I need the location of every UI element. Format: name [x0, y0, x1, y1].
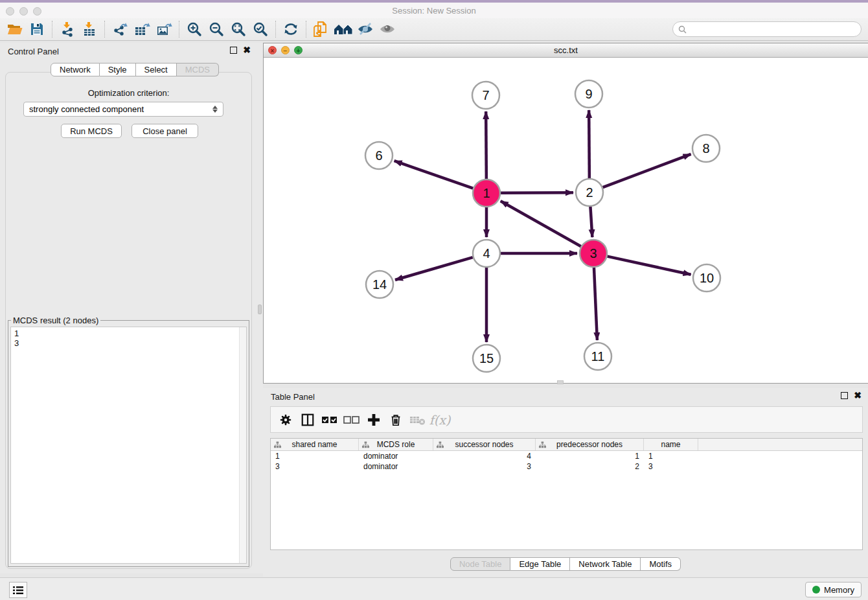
export-image-icon[interactable]: [153, 19, 175, 39]
cell-predecessor-nodes[interactable]: 1: [536, 451, 644, 461]
float-panel-icon[interactable]: [230, 47, 237, 54]
column-header-successor-nodes[interactable]: successor nodes: [433, 439, 536, 450]
edge-2-9[interactable]: [589, 110, 589, 178]
close-panel-button[interactable]: Close panel: [131, 124, 198, 138]
toolbar-separator: [306, 21, 306, 38]
float-table-panel-icon[interactable]: [841, 392, 848, 399]
refresh-icon[interactable]: [280, 19, 302, 39]
memory-button[interactable]: Memory: [805, 582, 862, 597]
main-toolbar: [0, 18, 868, 41]
select-all-columns-icon[interactable]: [320, 410, 339, 430]
minimize-window-icon[interactable]: [19, 7, 28, 16]
save-session-icon[interactable]: [26, 19, 48, 39]
column-header-shared-name[interactable]: shared name: [271, 439, 359, 450]
import-network-icon[interactable]: [56, 19, 78, 39]
close-network-icon[interactable]: ×: [268, 46, 277, 54]
vertical-splitter[interactable]: [257, 43, 263, 573]
node-table[interactable]: shared nameMCDS rolesuccessor nodesprede…: [270, 438, 863, 550]
control-panel-tabs: NetworkStyleSelectMCDS: [51, 63, 219, 76]
cell-name[interactable]: 3: [644, 461, 698, 472]
minimize-network-icon[interactable]: −: [281, 46, 290, 54]
table-row[interactable]: 3dominator323: [271, 461, 862, 472]
edge-1-7[interactable]: [486, 111, 486, 179]
edge-2-8[interactable]: [603, 154, 691, 187]
search-input[interactable]: [690, 25, 861, 34]
unselect-all-columns-icon[interactable]: [342, 410, 361, 430]
task-history-button[interactable]: [9, 582, 27, 598]
show-all-icon[interactable]: [376, 19, 398, 39]
close-window-icon[interactable]: [6, 7, 14, 16]
delete-column-icon[interactable]: [386, 410, 405, 430]
network-canvas[interactable]: 7968124314101511: [264, 58, 867, 384]
network-window-title: scc.txt: [554, 45, 578, 55]
first-neighbors-icon[interactable]: [332, 19, 354, 39]
search-field[interactable]: [672, 21, 862, 37]
column-header-MCDS-role[interactable]: MCDS role: [359, 439, 433, 450]
zoom-fit-icon[interactable]: [227, 19, 249, 39]
optimization-criterion-select[interactable]: strongly connected component: [23, 102, 223, 117]
splitter-handle[interactable]: [258, 305, 262, 314]
horizontal-splitter-handle[interactable]: [557, 380, 564, 384]
import-table-icon[interactable]: [78, 19, 100, 39]
close-panel-icon[interactable]: ✖: [243, 47, 251, 54]
function-builder-icon: f(x): [430, 410, 450, 430]
node-label-15: 15: [479, 351, 494, 365]
maximize-window-icon[interactable]: [33, 7, 41, 16]
mcds-result-scrollbar[interactable]: [239, 327, 246, 563]
delete-table-icon[interactable]: [408, 410, 428, 430]
node-table-header[interactable]: shared nameMCDS rolesuccessor nodesprede…: [271, 439, 862, 451]
edge-1-6[interactable]: [394, 161, 474, 188]
run-mcds-button[interactable]: Run MCDS: [61, 124, 122, 138]
tab-select[interactable]: Select: [136, 63, 177, 76]
cell-MCDS-role[interactable]: dominator: [359, 461, 433, 472]
tab-edge-table[interactable]: Edge Table: [510, 557, 570, 571]
tab-mcds[interactable]: MCDS: [177, 63, 219, 76]
zoom-out-icon[interactable]: [205, 19, 227, 39]
node-label-3: 3: [589, 246, 597, 260]
window-traffic-lights[interactable]: [6, 7, 41, 16]
edge-4-14[interactable]: [395, 257, 473, 280]
gear-icon[interactable]: [276, 410, 295, 430]
edge-1-2[interactable]: [501, 192, 573, 193]
tab-motifs[interactable]: Motifs: [641, 557, 681, 571]
toolbar-separator: [104, 21, 105, 38]
tab-style[interactable]: Style: [100, 63, 136, 76]
memory-status-icon: [812, 586, 820, 594]
tab-node-table[interactable]: Node Table: [450, 557, 511, 571]
cell-successor-nodes[interactable]: 3: [433, 461, 536, 472]
cell-shared-name[interactable]: 3: [271, 461, 359, 472]
export-table-icon[interactable]: [131, 19, 153, 39]
tab-network[interactable]: Network: [51, 63, 100, 76]
tab-network-table[interactable]: Network Table: [570, 557, 641, 571]
cell-name[interactable]: 1: [644, 451, 698, 461]
zoom-selected-icon[interactable]: [249, 19, 271, 39]
open-file-icon[interactable]: [4, 19, 26, 39]
edge-2-3[interactable]: [590, 207, 592, 237]
node-table-body[interactable]: 1dominator4113dominator323: [271, 451, 862, 472]
edge-3-1[interactable]: [501, 201, 581, 246]
new-network-icon[interactable]: [310, 19, 332, 39]
node-label-9: 9: [585, 87, 592, 101]
column-header-name[interactable]: name: [644, 439, 698, 450]
node-label-11: 11: [591, 349, 605, 363]
network-view-window: × − + scc.txt 7968124314101511: [263, 43, 868, 384]
edge-3-11[interactable]: [594, 268, 597, 340]
zoom-in-icon[interactable]: [183, 19, 205, 39]
maximize-network-icon[interactable]: +: [294, 46, 303, 54]
cell-shared-name[interactable]: 1: [271, 451, 359, 461]
cell-successor-nodes[interactable]: 4: [433, 451, 536, 461]
window-title: Session: New Session: [392, 6, 475, 16]
mcds-result-text[interactable]: 1 3: [10, 327, 247, 564]
add-column-icon[interactable]: [364, 410, 383, 430]
edge-3-10[interactable]: [607, 257, 691, 275]
cell-predecessor-nodes[interactable]: 2: [536, 461, 644, 472]
close-table-panel-icon[interactable]: ✖: [854, 392, 862, 399]
column-browser-icon[interactable]: [298, 410, 317, 430]
hide-selected-icon[interactable]: [354, 19, 376, 39]
cell-MCDS-role[interactable]: dominator: [359, 451, 433, 461]
export-network-icon[interactable]: [109, 19, 131, 39]
table-tabs: Node TableEdge TableNetwork TableMotifs: [263, 551, 868, 577]
column-header-predecessor-nodes[interactable]: predecessor nodes: [536, 439, 644, 450]
network-window-titlebar[interactable]: × − + scc.txt: [264, 43, 868, 58]
table-row[interactable]: 1dominator411: [271, 451, 862, 461]
